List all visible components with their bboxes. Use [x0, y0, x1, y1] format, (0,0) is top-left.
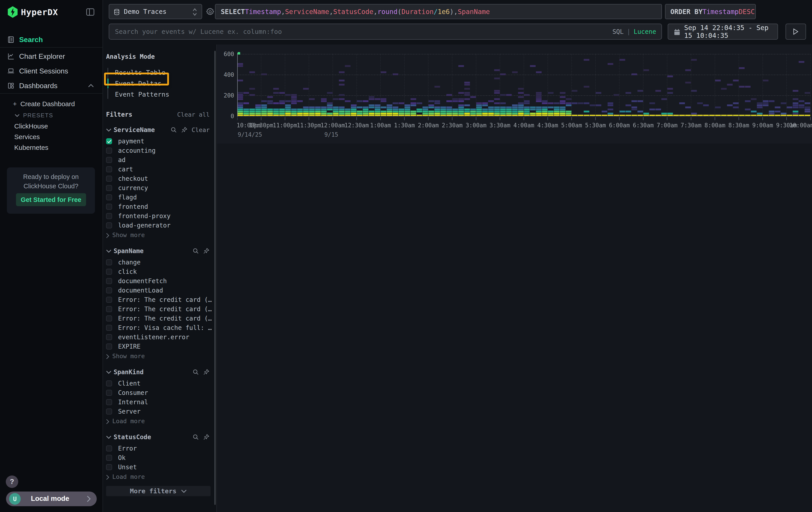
load-more-button[interactable]: Load more	[106, 472, 216, 481]
run-query-button[interactable]	[786, 24, 806, 39]
sidebar-collapse-icon[interactable]	[85, 7, 95, 17]
filter-item[interactable]: Error: The credit card (…	[106, 304, 216, 314]
chevron-down-icon[interactable]	[106, 371, 111, 374]
chevron-up-icon[interactable]	[88, 84, 94, 87]
time-range-picker[interactable]: Sep 14 22:04:35 - Sep 15 10:04:35	[668, 24, 778, 39]
pin-icon[interactable]	[203, 369, 210, 375]
checkbox[interactable]	[106, 297, 112, 303]
mode-sql-button[interactable]: SQL	[612, 28, 624, 35]
clear-all-button[interactable]: Clear all	[177, 111, 210, 118]
chart-handle[interactable]	[238, 52, 240, 55]
filter-item[interactable]: Error	[106, 444, 216, 453]
filter-item[interactable]: load-generator	[106, 221, 216, 230]
search-icon[interactable]	[170, 127, 177, 133]
search-icon[interactable]	[192, 247, 199, 254]
checkbox[interactable]	[106, 222, 112, 228]
order-by-input[interactable]: ORDER BY Timestamp DESC	[665, 4, 756, 19]
sidebar-item-search[interactable]: Search	[0, 32, 103, 47]
checkbox[interactable]	[106, 157, 112, 163]
sidebar-item-dashboards[interactable]: Dashboards	[0, 79, 103, 93]
checkbox[interactable]	[106, 344, 112, 350]
sql-select-input[interactable]: SELECT Timestamp, ServiceName, StatusCod…	[215, 4, 662, 19]
filter-item[interactable]: accounting	[106, 146, 216, 155]
checkbox[interactable]	[106, 278, 112, 284]
filter-item[interactable]: checkout	[106, 174, 216, 183]
checkbox[interactable]	[106, 316, 112, 321]
checkbox[interactable]	[106, 464, 112, 470]
checkbox[interactable]	[106, 204, 112, 210]
help-button[interactable]: ?	[6, 476, 18, 488]
checkbox[interactable]	[106, 334, 112, 340]
checkbox[interactable]	[106, 455, 112, 461]
sidebar-item-kubernetes[interactable]: Kubernetes	[14, 144, 48, 152]
search-icon[interactable]	[192, 369, 199, 375]
filter-item[interactable]: ad	[106, 155, 216, 164]
sidebar-item-clickhouse[interactable]: ClickHouse	[14, 123, 48, 130]
show-more-button[interactable]: Show more	[106, 231, 216, 239]
filter-item[interactable]: Error: Visa cache full: …	[106, 323, 216, 332]
checkbox[interactable]	[106, 194, 112, 200]
filter-item[interactable]: change	[106, 258, 216, 267]
filter-panel-scrollbar[interactable]	[214, 51, 216, 505]
filter-item[interactable]: documentLoad	[106, 286, 216, 295]
filter-item[interactable]: Server	[106, 407, 216, 416]
filter-item[interactable]: flagd	[106, 193, 216, 202]
heatmap-canvas[interactable]	[237, 50, 812, 124]
more-filters-button[interactable]: More filters	[106, 486, 210, 496]
filter-item[interactable]: Consumer	[106, 388, 216, 397]
analysis-option-results-table[interactable]: Results Table	[107, 67, 216, 78]
filter-item[interactable]: Error: The credit card (…	[106, 314, 216, 323]
sidebar-item-client-sessions[interactable]: Client Sessions	[0, 64, 103, 78]
filter-item[interactable]: Ok	[106, 453, 216, 462]
user-menu[interactable]: U Local mode	[6, 491, 97, 506]
checkbox[interactable]	[106, 185, 112, 191]
checkbox[interactable]	[106, 287, 112, 293]
presets-group-toggle[interactable]: PRESETS	[15, 112, 53, 119]
filter-item[interactable]: Unset	[106, 462, 216, 472]
sidebar-item-services[interactable]: Services	[14, 133, 40, 141]
show-more-button[interactable]: Show more	[106, 351, 216, 360]
filter-item[interactable]: frontend	[106, 202, 216, 211]
filter-item[interactable]: Client	[106, 379, 216, 388]
get-started-button[interactable]: Get Started for Free	[16, 193, 86, 206]
checkbox[interactable]	[106, 269, 112, 275]
sidebar-item-chart-explorer[interactable]: Chart Explorer	[0, 49, 103, 63]
chevron-down-icon[interactable]	[106, 249, 111, 252]
mode-lucene-button[interactable]: Lucene	[634, 28, 656, 35]
checkbox[interactable]	[106, 166, 112, 172]
checkbox[interactable]	[106, 176, 112, 182]
filter-item[interactable]: click	[106, 267, 216, 276]
analysis-option-event-patterns[interactable]: Event Patterns	[107, 89, 216, 100]
filter-item[interactable]: frontend-proxy	[106, 211, 216, 221]
pin-icon[interactable]	[203, 247, 210, 254]
create-dashboard-button[interactable]: + Create Dashboard	[13, 100, 75, 108]
checkbox[interactable]	[106, 399, 112, 405]
source-select[interactable]: Demo Traces	[109, 4, 202, 19]
analysis-option-event-deltas[interactable]: Event Deltas	[107, 78, 216, 89]
filter-item[interactable]: cart	[106, 164, 216, 174]
duration-heatmap-chart[interactable]: 020040060010:00pm10:30pm11:00pm11:30pm12…	[217, 45, 812, 143]
checkbox[interactable]	[106, 138, 112, 144]
filter-item[interactable]: documentFetch	[106, 276, 216, 286]
load-more-button[interactable]: Load more	[106, 416, 216, 425]
checkbox[interactable]	[106, 213, 112, 219]
checkbox[interactable]	[106, 147, 112, 154]
checkbox[interactable]	[106, 380, 112, 386]
chevron-down-icon[interactable]	[106, 128, 111, 131]
checkbox[interactable]	[106, 408, 112, 414]
checkbox[interactable]	[106, 390, 112, 396]
filter-item[interactable]: Error: The credit card (…	[106, 295, 216, 304]
filter-item[interactable]: payment	[106, 136, 216, 146]
filter-item[interactable]: eventListener.error	[106, 332, 216, 342]
checkbox[interactable]	[106, 306, 112, 312]
filter-item[interactable]: EXPIRE	[106, 342, 216, 351]
chevron-down-icon[interactable]	[106, 435, 111, 438]
search-input[interactable]	[109, 24, 662, 39]
filter-item[interactable]: currency	[106, 183, 216, 193]
clear-filter-button[interactable]: Clear	[192, 127, 210, 133]
pin-icon[interactable]	[181, 127, 188, 133]
search-icon[interactable]	[192, 434, 199, 440]
checkbox[interactable]	[106, 259, 112, 265]
filter-item[interactable]: Internal	[106, 397, 216, 407]
pin-icon[interactable]	[203, 434, 210, 440]
